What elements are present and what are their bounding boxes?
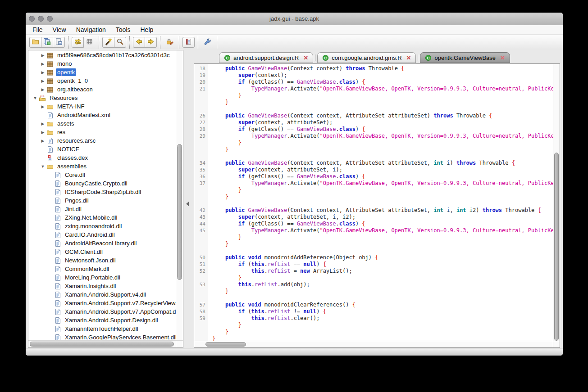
code-token [212, 146, 225, 153]
menu-help[interactable]: Help [136, 25, 159, 34]
tree-item-card-io-android-dll[interactable]: Card.IO.Android.dll [29, 230, 176, 239]
export-button[interactable] [53, 37, 65, 48]
tree-item-newtonsoft-json-dll[interactable]: Newtonsoft.Json.dll [29, 256, 176, 265]
tree-item-classes-dex[interactable]: Jclasses.dex [29, 153, 176, 162]
tree-item-xamarin-android-support-design-dll[interactable]: Xamarin.Android.Support.Design.dll [29, 316, 176, 324]
code-token: { [352, 302, 356, 308]
editor-horizontal-scrollbar[interactable] [194, 341, 553, 347]
expander-collapsed-icon[interactable]: ▶ [39, 139, 46, 143]
tree-item-xamarin-android-support-v7-recyclerview-dll[interactable]: Xamarin.Android.Support.v7.RecyclerView.… [29, 299, 176, 307]
code-token [212, 126, 238, 132]
expander-collapsed-icon[interactable]: ▶ [39, 53, 46, 58]
tree-item-commonmark-dll[interactable]: CommonMark.dll [29, 265, 176, 273]
tree-item-bouncycastle-crypto-dll[interactable]: BouncyCastle.Crypto.dll [29, 179, 176, 188]
close-tab-icon[interactable]: ✕ [500, 55, 505, 61]
code-text: } [208, 99, 228, 106]
preferences-button[interactable] [201, 37, 214, 48]
menu-tools[interactable]: Tools [111, 25, 136, 34]
tree-vertical-scrollbar-thumb[interactable] [177, 144, 182, 280]
code-text: } [208, 241, 228, 248]
main-content: ▶md5f9ae686ca58cda01b17ca326c6301d3c▶mon… [26, 50, 563, 349]
tree-item-xamarin-googleplayservices-basement-dll[interactable]: Xamarin.GooglePlayServices.Basement.dll [29, 333, 176, 340]
tree-item-opentk-1-0[interactable]: ▶opentk_1_0 [29, 77, 176, 85]
class-search-button[interactable] [114, 37, 126, 48]
forward-button[interactable] [145, 37, 157, 48]
tree-item-morelinq-portable-dll[interactable]: MoreLinq.Portable.dll [29, 273, 176, 282]
tree-item-label: assemblies [56, 162, 88, 170]
deobfuscation-button[interactable] [164, 37, 176, 48]
tree-item-resources[interactable]: ▼010Resources [29, 94, 176, 102]
code-token: TypeManager [251, 133, 287, 139]
expander-collapsed-icon[interactable]: ▶ [39, 104, 46, 109]
tab-android-support-design-r[interactable]: Candroid.support.design.R✕ [219, 52, 313, 63]
tree-item-meta-inf[interactable]: ▶META-INF [29, 102, 176, 111]
tree-item-org-altbeacon[interactable]: ▶org.altbeacon [29, 85, 176, 94]
tree-item-androidmanifest-xml[interactable]: AndroidManifest.xml [29, 111, 176, 119]
tree-item-core-dll[interactable]: Core.dll [29, 171, 176, 179]
tab-com-google-android-gms-r[interactable]: Ccom.google.android.gms.R✕ [317, 52, 416, 63]
code-token: (Context context) [287, 65, 346, 72]
editor-vertical-scrollbar[interactable] [553, 64, 560, 341]
code-line: 18 public GameViewBase(Context context) … [194, 65, 553, 72]
tree-horizontal-scrollbar-thumb[interactable] [30, 342, 174, 347]
line-number: 20 [194, 79, 208, 86]
tree-item-xamarinitemtouchhelper-dll[interactable]: XamarinItemTouchHelper.dll [29, 324, 176, 333]
tree-item-xamarin-android-support-v4-dll[interactable]: Xamarin.Android.Support.v4.dll [29, 290, 176, 299]
tree-item-notice[interactable]: NOTICE [29, 145, 176, 153]
tree-item-androidaltbeaconlibrary-dll[interactable]: AndroidAltBeaconLibrary.dll [29, 239, 176, 248]
code-token: (Context context, AttributeSet attribute… [287, 160, 433, 166]
tab-opentk-gameviewbase[interactable]: Copentk.GameViewBase✕ [420, 52, 510, 63]
code-text: super(context, attributeSet, i); [208, 167, 342, 173]
code-line: 59 this.refList.clear(); [194, 315, 553, 322]
expander-collapsed-icon[interactable]: ▶ [39, 130, 46, 135]
tree-item-res[interactable]: ▶res [29, 128, 176, 136]
tree-item-opentk[interactable]: ▶opentk [29, 68, 176, 77]
text-search-button[interactable] [102, 37, 114, 48]
flat-packages-button[interactable] [83, 37, 96, 48]
tree-item-assemblies[interactable]: ▼assemblies [29, 162, 176, 171]
expander-collapsed-icon[interactable]: ▶ [39, 79, 46, 83]
back-button[interactable] [133, 37, 145, 48]
expander-collapsed-icon[interactable]: ▶ [39, 70, 46, 75]
toolbar-group [198, 36, 217, 49]
tree-item-resources-arsc[interactable]: ▶resources.arsc [29, 136, 176, 145]
close-tab-icon[interactable]: ✕ [406, 55, 411, 61]
sync-button[interactable] [72, 37, 84, 48]
log-viewer-button[interactable] [182, 37, 195, 48]
code-token: } [225, 194, 228, 200]
package-icon [46, 86, 54, 93]
window-titlebar[interactable]: jadx-gui - base.apk [26, 13, 563, 26]
code-editor[interactable]: 18 public GameViewBase(Context context) … [194, 63, 560, 348]
expander-expanded-icon[interactable]: ▼ [39, 164, 46, 169]
expander-collapsed-icon[interactable]: ▶ [39, 62, 46, 66]
save-all-button[interactable] [41, 37, 53, 48]
code-token: this [251, 308, 264, 315]
tree-horizontal-scrollbar[interactable] [28, 340, 176, 347]
tree-item-icsharpcode-sharpziplib-dll[interactable]: ICSharpCode.SharpZipLib.dll [29, 188, 176, 196]
tree-item-jint-dll[interactable]: Jint.dll [29, 205, 176, 213]
close-tab-icon[interactable]: ✕ [303, 55, 308, 61]
tree-item-assets[interactable]: ▶assets [29, 119, 176, 128]
tab-label: android.support.design.R [233, 54, 299, 61]
tree-vertical-scrollbar[interactable] [176, 50, 183, 340]
menu-view[interactable]: View [48, 25, 71, 34]
tree-item-pngcs-dll[interactable]: Pngcs.dll [29, 196, 176, 205]
code-token: { [323, 261, 326, 267]
expander-collapsed-icon[interactable]: ▶ [39, 122, 46, 126]
tree-item-mono[interactable]: ▶mono [29, 59, 176, 68]
expander-expanded-icon[interactable]: ▼ [32, 96, 39, 100]
tree-item-xamarin-insights-dll[interactable]: Xamarin.Insights.dll [29, 282, 176, 290]
editor-vertical-scrollbar-thumb[interactable] [554, 153, 559, 341]
tree-item-zxing-net-mobile-dll[interactable]: ZXing.Net.Mobile.dll [29, 213, 176, 222]
collapse-divider-icon[interactable] [186, 202, 189, 206]
menu-file[interactable]: File [27, 25, 48, 34]
tree-item-md5f9ae686ca58cda01b17ca326c6301d3c[interactable]: ▶md5f9ae686ca58cda01b17ca326c6301d3c [29, 51, 176, 59]
open-file-button[interactable] [29, 37, 41, 48]
tree-item-xamarin-android-support-v7-appcompat-dll[interactable]: Xamarin.Android.Support.v7.AppCompat.dll [29, 307, 176, 316]
menu-navigation[interactable]: Navigation [71, 25, 111, 34]
tree-item-zxing-monoandroid-dll[interactable]: zxing.monoandroid.dll [29, 222, 176, 230]
editor-horizontal-scrollbar-thumb[interactable] [205, 342, 246, 347]
split-divider[interactable] [183, 50, 194, 349]
tree-item-gcm-client-dll[interactable]: GCM.Client.dll [29, 248, 176, 256]
expander-collapsed-icon[interactable]: ▶ [39, 87, 46, 92]
